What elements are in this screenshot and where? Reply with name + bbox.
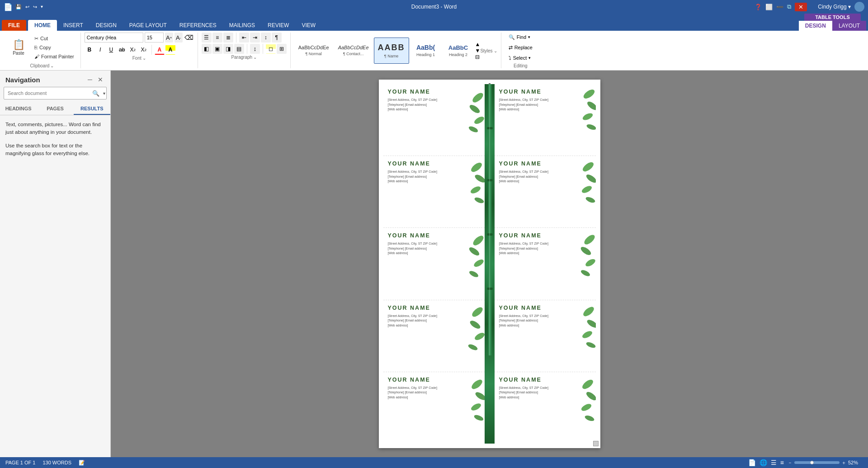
proofing-icon[interactable]: 📝 [79,460,85,466]
find-button[interactable]: 🔍 Find ▾ [505,33,536,42]
format-painter-button[interactable]: 🖌 Format Painter [32,52,77,61]
bamboo-deco-r5 [573,372,596,444]
view-outline-icon[interactable]: ☰ [771,459,777,466]
font-name-select[interactable] [85,33,143,43]
resize-handle[interactable] [593,441,599,446]
bullets-button[interactable]: ☰ [202,33,212,43]
tab-review[interactable]: REVIEW [261,20,295,31]
view-print-icon[interactable]: 📄 [748,459,756,466]
tab-insert[interactable]: INSERT [57,20,90,31]
svg-point-46 [580,402,592,412]
strikethrough-button[interactable]: ab [117,45,127,55]
restore-down-btn[interactable]: ⬜ [765,4,773,10]
svg-point-42 [581,330,593,340]
text-color-button[interactable]: A [155,45,165,55]
quick-undo-icon[interactable]: ↩ [25,4,29,10]
bold-button[interactable]: B [85,45,94,55]
line-spacing-button[interactable]: ↨ [250,44,260,54]
replace-button[interactable]: ⇄ Replace [505,43,536,52]
italic-button[interactable]: I [95,45,105,55]
svg-point-12 [472,258,484,269]
styles-expand-icon[interactable]: ⌄ [494,48,497,53]
superscript-button[interactable]: X2 [139,45,149,55]
customize-qat-icon[interactable]: ▾ [41,4,43,10]
quick-save-icon[interactable]: 💾 [15,4,22,10]
styles-scroll-down[interactable]: ▼ [475,47,481,54]
document-area[interactable]: YOUR NAME [Street Address, City, ST ZIP … [111,71,868,457]
svg-point-7 [473,173,484,184]
paragraph-expand-icon[interactable]: ⌄ [253,55,257,60]
style-heading2[interactable]: AaBbC Heading 2 [443,38,474,64]
quick-redo-icon[interactable]: ↪ [33,4,37,10]
select-dropdown-icon[interactable]: ▾ [528,56,531,60]
shading-button[interactable]: ◻ [266,44,276,54]
minimize-btn[interactable]: ➖ [776,4,783,10]
underline-button[interactable]: U [106,45,116,55]
search-icon[interactable]: 🔍 [90,90,102,97]
highlight-button[interactable]: A [165,45,175,55]
copy-button[interactable]: ⎘ Copy [32,43,77,52]
tab-mailings[interactable]: MAILINGS [223,20,261,31]
styles-scroll-up[interactable]: ▲ [475,41,481,47]
font-expand-icon[interactable]: ⌄ [142,56,146,61]
styles-more[interactable]: ⊟ [475,54,481,60]
user-name: Cindy Grigg ▾ [818,4,851,10]
tt-tab-design[interactable]: DESIGN [799,21,832,31]
align-right-button[interactable]: ◨ [223,44,233,54]
tab-home[interactable]: HOME [28,20,57,31]
sort-button[interactable]: ↕ [261,33,271,43]
nav-tab-pages[interactable]: PAGES [37,103,73,115]
help-btn[interactable]: ❓ [755,4,762,10]
align-left-button[interactable]: ◧ [202,44,212,54]
nav-minimize-button[interactable]: ─ [86,75,94,84]
multilevel-list-button[interactable]: ≣ [223,33,233,43]
tab-references[interactable]: REFERENCES [173,20,223,31]
style-normal[interactable]: AaBbCcDdEe ¶ Normal [294,38,333,64]
view-draft-icon[interactable]: ≡ [780,459,784,466]
svg-point-6 [469,161,483,174]
tt-tab-layout[interactable]: LAYOUT [832,21,866,31]
clipboard-expand-icon[interactable]: ⌄ [50,63,54,68]
subscript-button[interactable]: X2 [128,45,138,55]
select-button[interactable]: ⤵ Select ▾ [505,53,536,62]
style-name[interactable]: AABB ¶ Name [374,38,409,64]
tab-file[interactable]: FILE [2,20,26,31]
restore-btn[interactable]: ⧉ [787,3,791,10]
nav-tab-results[interactable]: RESULTS [74,103,110,115]
zoom-thumb[interactable] [810,461,814,464]
svg-point-19 [474,391,484,402]
title-bar-controls: ❓ ⬜ ➖ ⧉ ✕ Cindy Grigg ▾ [755,2,864,12]
business-card-4-right: YOUR NAME [Street Address, City, ST ZIP … [495,300,596,372]
find-dropdown-icon[interactable]: ▾ [528,35,530,39]
cut-button[interactable]: ✂ Cut [32,34,77,43]
close-btn[interactable]: ✕ [795,3,807,11]
zoom-in-icon[interactable]: ＋ [841,459,846,466]
search-dropdown-icon[interactable]: ▾ [102,91,106,96]
clear-format-button[interactable]: ⌫ [184,33,194,43]
font-grow-button[interactable]: A+ [165,33,173,43]
svg-point-40 [581,305,595,318]
paste-button[interactable]: 📋 Paste [7,34,30,61]
style-heading1[interactable]: AaBb( Heading 1 [410,38,442,64]
nav-close-button[interactable]: ✕ [96,75,105,84]
tab-page-layout[interactable]: PAGE LAYOUT [123,20,173,31]
styles-gallery: AaBbCcDdEe ¶ Normal AaBbCcDdEe ¶ Contact… [294,33,481,68]
decrease-indent-button[interactable]: ⇤ [239,33,249,43]
numbering-button[interactable]: ≡ [212,33,222,43]
nav-tab-headings[interactable]: HEADINGS [0,103,37,115]
align-center-button[interactable]: ▣ [212,44,222,54]
increase-indent-button[interactable]: ⇥ [250,33,260,43]
search-input[interactable] [4,90,90,96]
tab-view[interactable]: VIEW [295,20,322,31]
justify-button[interactable]: ▤ [234,44,244,54]
zoom-out-icon[interactable]: － [788,459,793,466]
borders-button[interactable]: ⊞ [277,44,287,54]
style-contact[interactable]: AaBbCcDdEe ¶ Contact... [334,38,373,64]
font-shrink-button[interactable]: A- [175,33,183,43]
tab-design[interactable]: DESIGN [90,20,123,31]
view-web-icon[interactable]: 🌐 [760,459,767,466]
select-icon: ⤵ [509,55,511,61]
zoom-slider[interactable] [794,461,840,464]
show-formatting-button[interactable]: ¶ [272,33,282,43]
font-size-select[interactable] [145,33,164,43]
